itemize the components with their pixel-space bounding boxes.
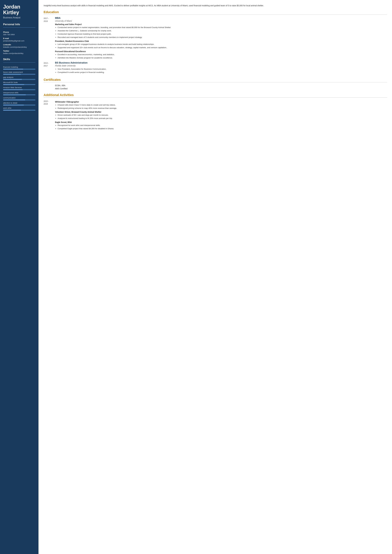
skill-bar-empty — [21, 74, 35, 75]
skill-bar — [3, 104, 35, 105]
bullet-item: Awarded the Catherine L. Gallardo schola… — [58, 29, 387, 32]
bullet-item: Completed Eagle project that raised $4,3… — [58, 127, 387, 130]
bullet-list: Drove vanloads of 50+ cats and dogs per … — [58, 114, 387, 120]
activity-role: Whitewater Videographer — [55, 101, 387, 103]
bullet-item: Vice President, Association for Business… — [58, 68, 387, 71]
skill-bar-empty — [22, 79, 35, 80]
phone-value: 305-730-3464 — [3, 34, 35, 36]
bullet-item: Admitted into Masters Scholar program fo… — [58, 56, 387, 59]
entry-degree: MBA — [55, 17, 387, 20]
entry-content: Whitewater VideographerChased rafts down… — [55, 100, 387, 131]
bullet-item: Conducted rigorous financial modeling to… — [58, 33, 387, 36]
email-value: jordanzkirtley@gmail.com — [3, 40, 35, 42]
bullet-list: Recognized for work ethic and interperso… — [58, 124, 387, 130]
bullet-item: Analyzed & restructured loading to fit 2… — [58, 117, 387, 120]
bullet-list: Chased rafts down Class V rivers daily t… — [58, 104, 387, 110]
skill-label: attention to detail — [3, 102, 35, 104]
skill-bar — [3, 84, 35, 85]
skill-label: gap analysis — [3, 76, 35, 78]
skill-label: future state assessment — [3, 71, 35, 73]
skill-bar-fill — [3, 99, 25, 100]
entry-school: Florida State University — [55, 64, 387, 67]
entry-content: BS Business AdministrationFlorida State … — [55, 61, 387, 75]
bullet-item: Completed 6-credit senior project in fin… — [58, 71, 387, 74]
skill-bar-fill — [3, 104, 24, 105]
bullet-list: Vice President, Association for Business… — [58, 68, 387, 74]
twitter-value: twitter.com/jordanzkirtley — [3, 52, 35, 55]
bullet-item: Led energetic group of 30+ engaged busin… — [58, 43, 387, 46]
sidebar: Jordan Kirtley Business Analyst Personal… — [0, 0, 38, 554]
education-heading: Education — [44, 10, 387, 14]
certificate-item: AWS Certified — [55, 87, 387, 90]
skill-bar — [3, 99, 35, 100]
skills-heading: Skills — [3, 58, 35, 61]
skill-bar-empty — [24, 84, 35, 85]
additional-section: Additional Activities 2015 - 2019Whitewa… — [44, 93, 387, 131]
skills-divider — [3, 62, 35, 62]
skill-label: communication — [3, 97, 35, 99]
skill-bar — [3, 94, 35, 95]
education-section: Education 2017 - 2019MBAUniversity of Mi… — [44, 10, 387, 74]
skill-bar-empty — [21, 110, 35, 111]
additional-list: 2015 - 2019Whitewater VideographerChased… — [44, 100, 387, 131]
additional-heading: Additional Activities — [44, 93, 387, 97]
certificates-heading: Certificates — [44, 78, 387, 82]
linkedin-label: LinkedIn — [3, 44, 35, 46]
skill-label: interpersonal skills — [3, 92, 35, 94]
skill-bar-fill — [3, 94, 26, 95]
additional-entry: 2015 - 2019Whitewater VideographerChased… — [44, 100, 387, 131]
skill-bar-empty — [24, 104, 35, 105]
certificates-section: Certificates ECBA, IIBAAWS Certified — [44, 78, 387, 90]
skill-bar — [3, 69, 35, 70]
skill-label: work ethic — [3, 107, 35, 109]
sub-section-title: President, Student Economics Club — [55, 40, 387, 42]
skill-bar-fill — [3, 84, 24, 85]
certificate-item: ECBA, IIBA — [55, 84, 387, 87]
sub-section-title: Eagle Scout, BSA — [55, 121, 387, 123]
skill-label: financial modeling — [3, 66, 35, 68]
bullet-list: Led energetic group of 30+ engaged busin… — [58, 43, 387, 49]
sub-section-title: Volunteer Driver, Broward County Animal … — [55, 111, 387, 113]
entry-dates: 2013 - 2017 — [44, 61, 55, 75]
certificates-list: ECBA, IIBAAWS Certified — [44, 84, 387, 90]
skill-bar — [3, 89, 35, 90]
personal-info-heading: Personal Info — [3, 23, 35, 26]
linkedin-value: linkedin.com/in/jordanzkirtley — [3, 46, 35, 48]
candidate-name: Jordan Kirtley — [3, 4, 35, 15]
bullet-item: Excelled in accounting, macroeconomics, … — [58, 53, 387, 56]
email-label: E-mail — [3, 37, 35, 40]
skill-bar-empty — [23, 69, 35, 70]
education-list: 2017 - 2019MBAUniversity of MiamiMarketi… — [44, 17, 387, 74]
entry-degree: BS Business Administration — [55, 61, 387, 64]
education-entry: 2013 - 2017BS Business AdministrationFlo… — [44, 61, 387, 75]
skill-bar-empty — [25, 99, 35, 100]
personal-divider — [3, 27, 35, 28]
skill-bar — [3, 79, 35, 80]
bullet-item: Recognized for work ethic and interperso… — [58, 124, 387, 127]
twitter-label: Twitter — [3, 50, 35, 52]
education-entry: 2017 - 2019MBAUniversity of MiamiMarketi… — [44, 17, 387, 60]
entry-dates: 2017 - 2019 — [44, 17, 55, 60]
education-divider — [44, 14, 387, 15]
skill-bar-fill — [3, 89, 22, 90]
sub-section-title: Marketing and Sales Project — [55, 23, 387, 26]
bullet-item: Chased rafts down Class V rivers daily t… — [58, 104, 387, 107]
bullet-list: Conducted senior project in market segme… — [58, 26, 387, 39]
phone-label: Phone — [3, 31, 35, 33]
bullet-item: Recruited and managed team of 5 students… — [58, 36, 387, 39]
bullet-item: Redesigned pricing scheme to reap 40% mo… — [58, 107, 387, 110]
skill-bar-fill — [3, 69, 23, 70]
entry-content: MBAUniversity of MiamiMarketing and Sale… — [55, 17, 387, 60]
skill-bar — [3, 110, 35, 111]
sub-section-title: Pursued Educational Excellence — [55, 50, 387, 53]
skill-bar-fill — [3, 110, 21, 111]
skill-bar-empty — [26, 94, 35, 95]
entry-school: University of Miami — [55, 20, 387, 22]
bullet-item: Conducted senior project in market segme… — [58, 26, 387, 29]
skill-bar-fill — [3, 79, 22, 80]
candidate-title: Business Analyst — [3, 16, 35, 19]
bullet-list: Excelled in accounting, macroeconomics, … — [58, 53, 387, 59]
bullet-item: Drove vanloads of 50+ cats and dogs per … — [58, 114, 387, 117]
skill-label: Microsoft BI Suite — [3, 81, 35, 83]
skill-bar — [3, 74, 35, 75]
